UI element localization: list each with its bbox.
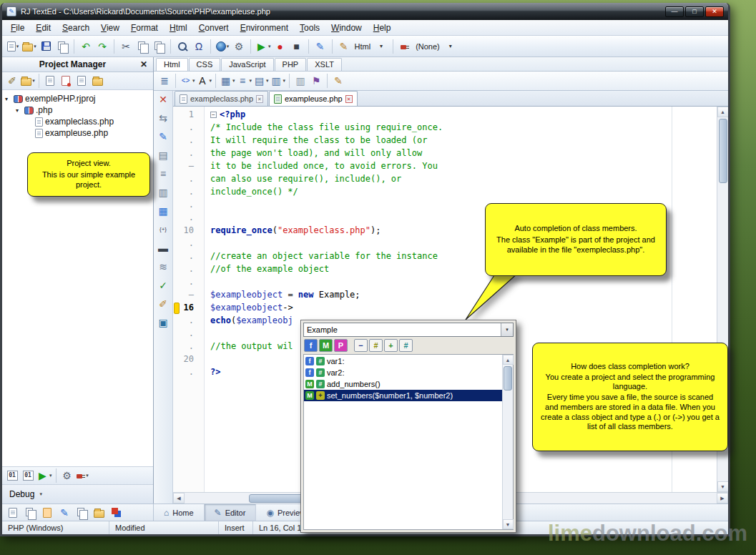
project-properties-button[interactable]: ✐ [4, 72, 20, 89]
menu-tools[interactable]: Tools [294, 21, 325, 35]
color-picker-button[interactable] [108, 504, 124, 521]
explorer-button[interactable] [91, 504, 107, 521]
file-tab-exampleuse-php[interactable]: exampleuse.php✕ [269, 91, 358, 106]
chevron-expanded-icon[interactable]: ▾ [5, 96, 11, 102]
filter-field-button[interactable]: f [304, 339, 318, 352]
tree-item-exampleuse-php[interactable]: exampleuse.php [2, 127, 153, 139]
completion-item[interactable]: f#var1: [304, 355, 502, 367]
highlighter-button[interactable]: ▬ [156, 242, 170, 254]
close-button[interactable]: ✕ [705, 6, 724, 17]
font-tag-button[interactable]: A▾ [196, 72, 213, 89]
tool-plug-icon[interactable] [397, 38, 413, 55]
outline-button[interactable]: ≡ [156, 167, 170, 180]
completion-item[interactable]: M#add_numbers() [304, 378, 502, 390]
split-view-button[interactable]: ▣ [156, 316, 170, 328]
list-button[interactable]: ≡▾ [236, 72, 253, 89]
tree-item-exemplephp-rjproj[interactable]: ▾exemplePHP.rjproj [2, 93, 153, 104]
redo-button[interactable]: ↷ [94, 38, 110, 55]
menu-help[interactable]: Help [368, 21, 397, 35]
project-new-file-button[interactable] [42, 72, 58, 89]
menu-edit[interactable]: Edit [30, 21, 57, 35]
close-tab-icon[interactable]: ✕ [256, 95, 263, 103]
tab-css[interactable]: CSS [189, 58, 221, 71]
scroll-down-icon[interactable]: ▼ [503, 519, 514, 529]
tree-item-exampleclass-php[interactable]: exampleclass.php [2, 116, 153, 127]
copy-button[interactable] [134, 38, 150, 55]
menu-window[interactable]: Window [325, 21, 368, 35]
layout-browser-button[interactable] [39, 504, 55, 521]
scroll-left-icon[interactable]: ◀ [173, 493, 185, 504]
insert-tag-button[interactable]: <>▾ [179, 72, 196, 89]
project-remove-file-button[interactable] [74, 72, 89, 89]
options-button[interactable]: ⚙ [231, 38, 247, 55]
menu-html[interactable]: Html [164, 21, 193, 35]
edit-preview-button[interactable]: ✎ [313, 38, 328, 55]
undo-button[interactable]: ↶ [78, 38, 94, 55]
title-bar[interactable]: RJ TextEd - C:\Users\Rickard\Documents\S… [2, 3, 728, 20]
scroll-up-icon[interactable]: ▲ [503, 355, 514, 365]
view-tab-editor[interactable]: ✎Editor [205, 504, 257, 521]
close-pane-button[interactable]: ✕ [156, 93, 170, 105]
special-char-button[interactable]: Ω [191, 38, 207, 55]
tree-item--php[interactable]: ▾.php [2, 104, 153, 116]
binary-source-button[interactable]: 01 [4, 467, 20, 484]
layout-dual-button[interactable] [22, 504, 38, 521]
tab-xslt[interactable]: XSLT [307, 58, 342, 71]
clip-button[interactable]: ▦ [156, 205, 170, 217]
vertical-scroll-thumb[interactable] [719, 119, 727, 183]
menu-search[interactable]: Search [57, 21, 95, 35]
project-add-folder-button[interactable] [89, 72, 105, 89]
open-file-button[interactable]: ▾ [21, 38, 37, 55]
copy-path-button[interactable] [74, 504, 89, 521]
view-tab-home[interactable]: ⌂Home [154, 504, 205, 521]
binary-output-button[interactable]: 01 [20, 467, 36, 484]
menu-convert[interactable]: Convert [193, 21, 235, 35]
filter-property-button[interactable]: P [334, 339, 348, 352]
validate-button[interactable]: ✓ [156, 279, 170, 291]
stop-button[interactable]: ■ [289, 38, 305, 55]
tab-php[interactable]: PHP [275, 58, 307, 71]
save-button[interactable] [38, 38, 54, 55]
script-options-button[interactable]: ⚙ [59, 467, 75, 484]
plugin-button[interactable]: ▾ [75, 467, 91, 484]
quick-edit-button[interactable]: ✎ [57, 504, 72, 521]
file-tab-exampleclass-php[interactable]: exampleclass.php✕ [175, 91, 268, 106]
minimize-button[interactable]: — [665, 6, 684, 17]
save-all-button[interactable] [54, 38, 70, 55]
filter-toggle-green-button[interactable]: + [384, 339, 398, 352]
completion-item[interactable]: M+set_numbers($number1, $number2) [304, 390, 502, 401]
tool-dropdown-button[interactable]: ▾ [443, 38, 458, 55]
wrap-button[interactable]: ≋ [156, 260, 170, 272]
syntax-dropdown-button[interactable]: ▾ [373, 38, 389, 55]
close-tab-icon[interactable]: ✕ [345, 95, 353, 103]
panel-close-icon[interactable]: ✕ [139, 59, 149, 69]
columns-button[interactable]: ▥ [293, 72, 308, 89]
cut-button[interactable]: ✂ [118, 38, 134, 55]
annotate-button[interactable]: ✐ [156, 298, 170, 310]
snippet-button[interactable]: ▥ [156, 186, 170, 198]
menu-format[interactable]: Format [125, 21, 164, 35]
filter-method-button[interactable]: M [319, 339, 333, 352]
form-button[interactable]: ▤▾ [252, 72, 270, 89]
debug-selector[interactable]: Debug ▾ [2, 484, 153, 504]
filter-toggle-olive-button[interactable]: # [369, 339, 383, 352]
new-file-button[interactable]: ▾ [5, 38, 21, 55]
edit-mode-button[interactable]: ✎ [156, 130, 170, 142]
completion-class-combo[interactable]: Example ▾ [303, 323, 514, 337]
sync-scroll-button[interactable]: ⇆ [156, 112, 170, 124]
paste-button[interactable] [151, 38, 167, 55]
completion-item[interactable]: f#var2: [304, 367, 502, 378]
syntax-pen-icon[interactable]: ✎ [336, 38, 352, 55]
menu-environment[interactable]: Environment [235, 21, 294, 35]
chevron-expanded-icon[interactable]: ▾ [16, 107, 22, 114]
menu-file[interactable]: File [5, 21, 30, 35]
search-button[interactable] [175, 38, 190, 55]
maximize-button[interactable]: □ [685, 6, 704, 17]
filter-toggle-teal-button[interactable]: # [399, 339, 413, 352]
table-button[interactable]: ▦▾ [219, 72, 236, 89]
run-script-button[interactable]: ▶▾ [36, 467, 53, 484]
menu-view[interactable]: View [95, 21, 125, 35]
doc-info-button[interactable]: ▤ [156, 149, 170, 161]
completion-scrollbar[interactable]: ▲ ▼ [502, 355, 513, 529]
scroll-right-icon[interactable]: ▶ [717, 493, 728, 504]
